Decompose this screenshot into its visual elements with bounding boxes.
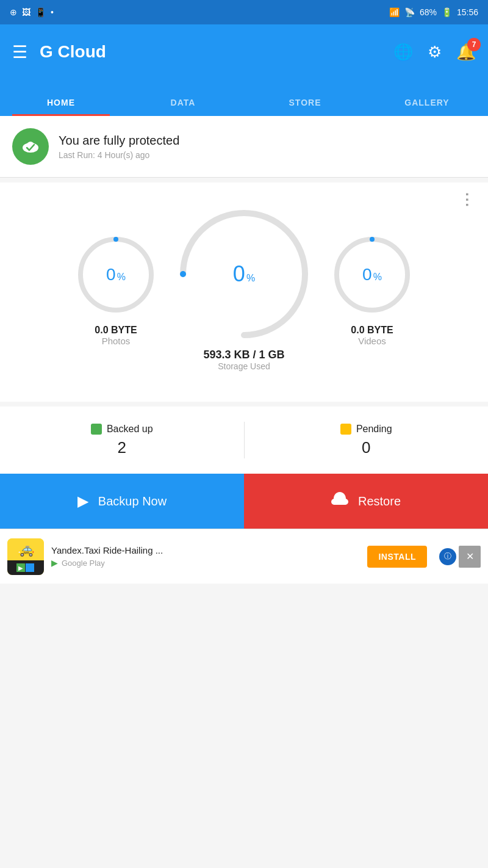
- dot-status-icon: •: [51, 7, 54, 17]
- backed-up-dot: [91, 424, 102, 435]
- videos-circular-chart: 0 %: [329, 232, 415, 317]
- status-bar-right: 📶 📡 68% 🔋 15:56: [389, 7, 478, 17]
- backed-up-label: Backed up: [107, 424, 153, 435]
- app-bar: ☰ G Cloud 🌐 ⚙ 🔔 7: [0, 24, 488, 79]
- backed-up-value: 2: [118, 438, 126, 457]
- storage-section: ··· 0 % 0.0 BYTE Photos: [0, 183, 488, 402]
- backed-up-stat: Backed up 2: [0, 424, 244, 457]
- protection-banner: You are fully protected Last Run: 4 Hour…: [0, 116, 488, 178]
- svg-text:▶: ▶: [18, 565, 23, 571]
- clock: 15:56: [457, 7, 478, 17]
- settings-icon[interactable]: ⚙: [428, 43, 442, 62]
- protection-last-run: Last Run: 4 Hour(s) ago: [59, 150, 179, 160]
- backed-up-label-row: Backed up: [91, 424, 153, 435]
- pending-label-row: Pending: [340, 424, 392, 435]
- notification-status-icon: ⊕: [10, 7, 17, 17]
- app-bar-left: ☰ G Cloud: [12, 42, 106, 62]
- play-icon: ▶: [77, 493, 88, 510]
- videos-value: 0.0 BYTE Videos: [351, 325, 393, 346]
- phone-status-icon: 📱: [35, 7, 46, 17]
- image-status-icon: 🖼: [22, 7, 30, 17]
- photos-percent-sign: %: [117, 272, 126, 283]
- battery-icon: 🔋: [442, 7, 452, 17]
- storage-percent-sign: %: [246, 273, 255, 284]
- pending-value: 0: [362, 438, 370, 457]
- download-icon: [331, 491, 348, 512]
- videos-percent-sign: %: [373, 272, 382, 283]
- videos-percent-display: 0 %: [362, 265, 382, 284]
- ad-banner: 🚕 ▶ Yandex.Taxi Ride-Hailing ... ▶ Googl…: [0, 529, 488, 584]
- more-options-icon[interactable]: ···: [459, 192, 476, 208]
- restore-button-label: Restore: [358, 494, 401, 508]
- google-play-label: Google Play: [62, 559, 105, 568]
- storage-percent: 0: [233, 261, 245, 287]
- svg-rect-10: [26, 563, 34, 572]
- ad-info-icon[interactable]: ⓘ: [439, 548, 456, 565]
- notification-badge: 7: [467, 38, 481, 51]
- photos-value: 0.0 BYTE Photos: [95, 325, 137, 346]
- storage-chart: 0 % 593.3 KB / 1 GB Storage Used: [165, 207, 323, 371]
- battery-percent: 68%: [420, 7, 437, 17]
- ad-text-block: Yandex.Taxi Ride-Hailing ... ▶ Google Pl…: [51, 545, 360, 568]
- backup-stats: Backed up 2 Pending 0: [0, 407, 488, 474]
- action-buttons: ▶ Backup Now Restore: [0, 474, 488, 529]
- status-bar-left: ⊕ 🖼 📱 •: [10, 7, 54, 17]
- protection-status: You are fully protected: [59, 134, 179, 148]
- photos-percent-display: 0 %: [106, 265, 126, 284]
- ad-subtitle: ▶ Google Play: [51, 558, 360, 568]
- app-bar-right: 🌐 ⚙ 🔔 7: [393, 43, 476, 62]
- photos-chart: 0 % 0.0 BYTE Photos: [67, 232, 165, 346]
- globe-icon[interactable]: 🌐: [393, 43, 413, 62]
- tab-data[interactable]: DATA: [122, 98, 244, 116]
- storage-percent-display: 0 %: [233, 261, 255, 287]
- charts-container: 0 % 0.0 BYTE Photos 0 %: [12, 195, 476, 383]
- status-bar: ⊕ 🖼 📱 • 📶 📡 68% 🔋 15:56: [0, 0, 488, 24]
- ad-title: Yandex.Taxi Ride-Hailing ...: [51, 545, 360, 555]
- photos-percent: 0: [106, 265, 116, 284]
- pending-label: Pending: [356, 424, 392, 435]
- hamburger-menu-icon[interactable]: ☰: [12, 42, 27, 62]
- photos-circular-chart: 0 %: [73, 232, 159, 317]
- wifi-icon: 📶: [389, 7, 400, 17]
- tab-home[interactable]: HOME: [0, 98, 122, 116]
- tab-store[interactable]: STORE: [244, 98, 366, 116]
- pending-stat: Pending 0: [245, 424, 489, 457]
- app-title: G Cloud: [40, 42, 106, 62]
- tab-bar: HOME DATA STORE GALLERY: [0, 79, 488, 116]
- notification-bell-icon[interactable]: 🔔 7: [456, 43, 476, 62]
- shield-icon: [12, 128, 49, 165]
- ad-logo: 🚕 ▶: [7, 538, 44, 575]
- signal-icon: 📡: [404, 7, 415, 17]
- protection-text: You are fully protected Last Run: 4 Hour…: [59, 134, 179, 160]
- pending-dot: [340, 424, 351, 435]
- ad-install-button[interactable]: INSTALL: [367, 546, 427, 568]
- backup-now-button[interactable]: ▶ Backup Now: [0, 474, 244, 529]
- google-play-icon: ▶: [51, 558, 58, 568]
- tab-gallery[interactable]: GALLERY: [366, 98, 488, 116]
- storage-circular-chart: 0 %: [177, 207, 311, 341]
- storage-label: 593.3 KB / 1 GB Storage Used: [203, 349, 284, 371]
- ad-close-button[interactable]: ✕: [459, 546, 481, 568]
- backup-button-label: Backup Now: [98, 494, 167, 508]
- videos-percent: 0: [362, 265, 372, 284]
- videos-chart: 0 % 0.0 BYTE Videos: [323, 232, 421, 346]
- restore-button[interactable]: Restore: [244, 474, 488, 529]
